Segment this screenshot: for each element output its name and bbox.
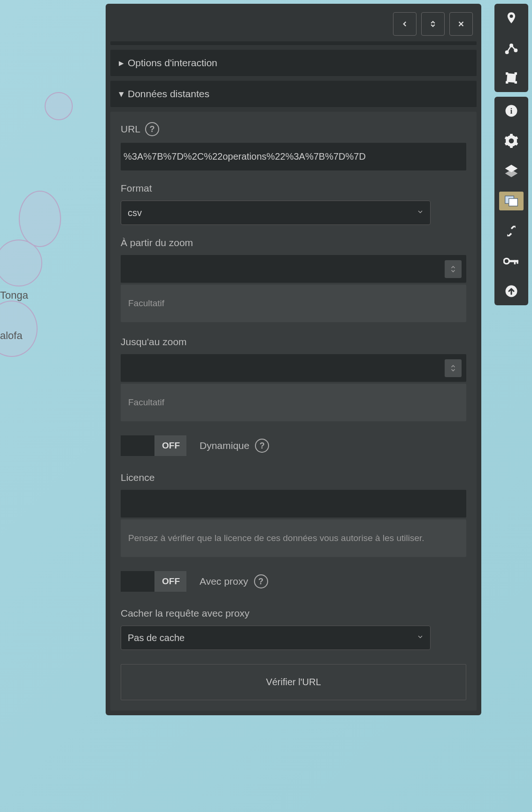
expand-button[interactable] <box>421 12 445 36</box>
map-label-tonga: Tonga <box>0 289 28 302</box>
svg-line-5 <box>507 46 511 53</box>
until-zoom-label: Jusqu'au zoom <box>121 336 466 348</box>
section-interaction-options[interactable]: ▸ Options d'interaction <box>110 50 477 76</box>
dynamic-label: Dynamique ? <box>200 439 269 453</box>
svg-rect-21 <box>517 260 518 264</box>
verify-url-button[interactable]: Vérifier l'URL <box>121 664 466 700</box>
until-zoom-input[interactable] <box>121 354 466 382</box>
help-icon[interactable]: ? <box>254 574 268 588</box>
info-tool[interactable]: i <box>502 101 521 120</box>
proxy-toggle[interactable]: OFF <box>121 571 186 592</box>
center-tool[interactable] <box>502 222 521 240</box>
until-zoom-wrap <box>121 354 466 382</box>
section-title: Options d'interaction <box>128 57 217 69</box>
url-label-text: URL <box>121 124 140 135</box>
svg-rect-20 <box>514 260 516 264</box>
map-tools-group: i <box>494 97 528 305</box>
dynamic-label-text: Dynamique <box>200 440 249 451</box>
from-zoom-label: À partir du zoom <box>121 237 466 248</box>
licence-label: Licence <box>121 472 466 483</box>
format-label: Format <box>121 183 466 194</box>
remote-data-body: URL ? Format csv À partir du zoom Facult… <box>110 112 477 711</box>
cache-label: Cacher la requête avec proxy <box>121 608 466 619</box>
section-remote-data[interactable]: ▾ Données distantes <box>110 81 477 107</box>
cache-select-wrap: Pas de cache <box>121 626 431 650</box>
close-button[interactable] <box>449 12 473 36</box>
map-feature <box>45 92 73 120</box>
svg-text:i: i <box>510 106 513 116</box>
format-select-wrap: csv <box>121 201 431 225</box>
panel-header <box>110 8 477 41</box>
draw-tools-group <box>494 4 528 92</box>
svg-rect-8 <box>506 72 508 75</box>
dynamic-toggle[interactable]: OFF <box>121 435 186 456</box>
svg-line-6 <box>511 46 516 51</box>
toggle-handle <box>121 435 154 456</box>
cache-select[interactable]: Pas de cache <box>121 626 431 650</box>
toggle-handle <box>121 571 154 592</box>
svg-rect-11 <box>515 81 517 84</box>
layers-tool[interactable] <box>502 162 521 180</box>
map-feature <box>0 240 42 286</box>
permissions-tool[interactable] <box>502 252 521 271</box>
import-tool[interactable] <box>502 282 521 301</box>
svg-rect-9 <box>515 72 517 75</box>
chevron-right-icon: ▸ <box>119 57 124 69</box>
help-icon[interactable]: ? <box>255 439 269 453</box>
url-input[interactable] <box>121 143 466 170</box>
url-label: URL ? <box>121 122 466 136</box>
spinner-buttons[interactable] <box>445 260 462 278</box>
map-label-alofa: alofa <box>0 330 23 342</box>
from-zoom-input[interactable] <box>121 255 466 283</box>
back-button[interactable] <box>393 12 416 36</box>
until-zoom-hint: Facultatif <box>121 384 466 421</box>
map-feature <box>19 191 61 247</box>
spinner-buttons[interactable] <box>445 359 462 377</box>
map-feature <box>0 301 38 357</box>
proxy-label: Avec proxy ? <box>200 574 268 588</box>
svg-rect-17 <box>509 199 518 206</box>
settings-panel: ▸ Options d'interaction ▾ Données distan… <box>106 4 481 715</box>
dynamic-row: OFF Dynamique ? <box>121 435 466 456</box>
section-divider <box>110 41 477 45</box>
from-zoom-wrap <box>121 255 466 283</box>
svg-rect-10 <box>506 81 508 84</box>
toggle-state: OFF <box>162 576 180 587</box>
proxy-label-text: Avec proxy <box>200 576 248 587</box>
svg-point-18 <box>504 258 509 263</box>
tilelayers-tool[interactable] <box>499 192 524 210</box>
settings-tool[interactable] <box>502 131 521 150</box>
svg-marker-15 <box>505 170 518 177</box>
help-icon[interactable]: ? <box>145 122 159 136</box>
polyline-tool[interactable] <box>502 39 521 57</box>
licence-input[interactable] <box>121 490 466 518</box>
polygon-tool[interactable] <box>502 69 521 87</box>
toggle-state: OFF <box>162 441 180 451</box>
from-zoom-hint: Facultatif <box>121 285 466 322</box>
proxy-row: OFF Avec proxy ? <box>121 571 466 592</box>
chevron-down-icon: ▾ <box>119 88 124 100</box>
section-title: Données distantes <box>128 88 209 100</box>
licence-hint: Pensez à vérifier que la licence de ces … <box>121 519 466 557</box>
format-select[interactable]: csv <box>121 201 431 225</box>
marker-tool[interactable] <box>502 8 521 27</box>
right-toolbar: i <box>494 4 528 305</box>
